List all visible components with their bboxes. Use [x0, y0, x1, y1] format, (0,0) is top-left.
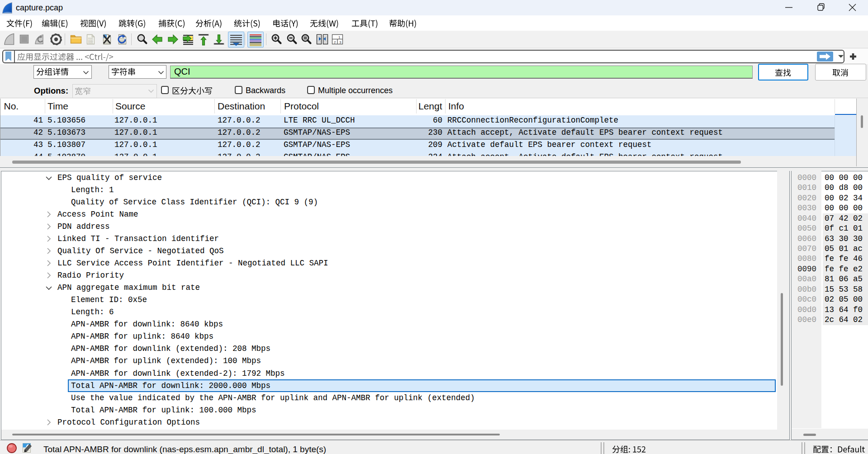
svg-text:0101: 0101 [88, 42, 93, 44]
svg-text:3: 3 [339, 40, 342, 44]
svg-text:1: 1 [338, 35, 341, 39]
svg-text:2: 2 [334, 40, 336, 44]
